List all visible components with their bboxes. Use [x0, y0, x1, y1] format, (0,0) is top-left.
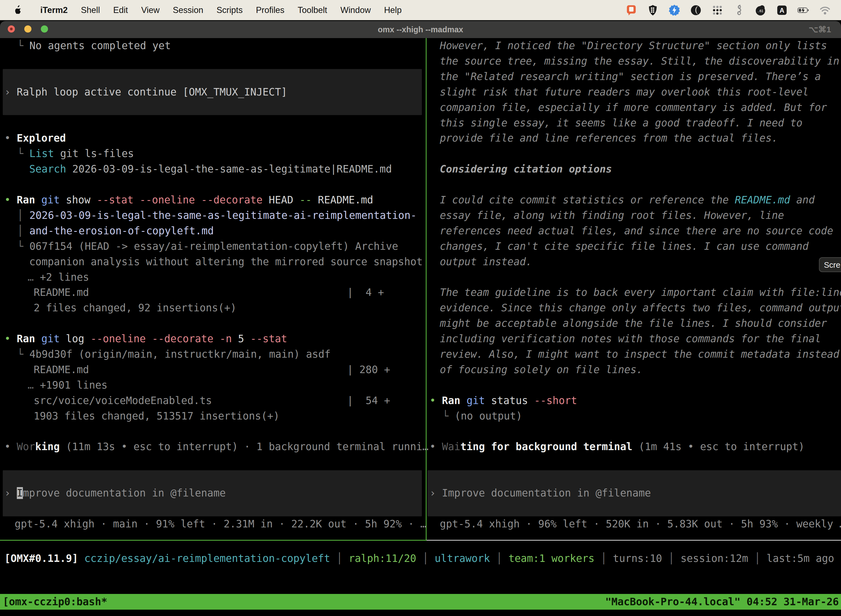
- menu-item-profiles[interactable]: Profiles: [249, 5, 291, 15]
- dots-grid-icon[interactable]: [711, 4, 724, 17]
- right-pane-line: review. Also, I might want to inspect th…: [440, 347, 840, 362]
- menu-item-toolbelt[interactable]: Toolbelt: [291, 5, 334, 15]
- left-pane-line: │ and-the-erosion-of-copyleft.md: [17, 223, 214, 239]
- window-shortcut-hint: ⌥⌘1: [809, 21, 831, 38]
- right-pane-line: the source tree, missing the essay. Stil…: [440, 54, 840, 69]
- squiggle-icon[interactable]: [732, 4, 746, 17]
- left-pane-line: • Explored: [4, 131, 66, 146]
- left-pane-line: • Ran git log --oneline --decorate -n 5 …: [4, 331, 287, 347]
- left-pane-line: README.md | 280 +: [34, 362, 390, 378]
- left-pane-line: gpt-5.4 xhigh · main · 91% left · 2.31M …: [15, 516, 426, 532]
- right-pane-line: output instead.: [440, 254, 532, 270]
- left-pane-line: └ List git ls-files: [17, 146, 134, 161]
- menu-item-scripts[interactable]: Scripts: [210, 5, 249, 15]
- screen: { "colors": { "menubg": "#ece9e0", "titl…: [0, 0, 841, 616]
- left-pane-line: • Ran git show --stat --oneline --decora…: [4, 192, 373, 208]
- left-pane-line: … +1901 lines: [28, 378, 108, 393]
- left-pane-line: │ 2026-03-09-is-legal-the-same-as-legiti…: [17, 208, 417, 223]
- right-pane-line: changes, I can't cite specific file line…: [440, 239, 809, 254]
- menu-item-help[interactable]: Help: [378, 5, 408, 15]
- left-pane-line: 1903 files changed, 513517 insertions(+): [34, 408, 280, 424]
- right-pane-line: › Improve documentation in @filename: [429, 485, 651, 501]
- left-pane-line: companion analysis without altering the …: [29, 254, 423, 270]
- left-pane-line: … +2 lines: [28, 270, 89, 285]
- right-pane-line: the "Related research writing" section i…: [440, 69, 821, 84]
- right-pane-bottom-border: [426, 540, 841, 541]
- right-pane-line: companion file, especially if more comme…: [440, 100, 827, 115]
- omx-status-bar: [OMX#0.11.9] cczip/essay/ai-reimplementa…: [4, 551, 834, 566]
- blue-badge-icon[interactable]: [668, 4, 681, 17]
- window-title: omx --xhigh --madmax: [0, 21, 841, 38]
- right-pane-line: The team guideline is to back every impo…: [440, 285, 841, 300]
- apple-menu-icon[interactable]: [14, 5, 22, 15]
- right-pane-line: essay file, along with finding root file…: [440, 208, 784, 223]
- gauge-61-icon[interactable]: ..61: [754, 4, 767, 17]
- wifi-icon[interactable]: [818, 4, 832, 17]
- right-pane-line: including verification notes with those …: [440, 331, 821, 347]
- right-pane-line: └ (no output): [442, 408, 522, 424]
- left-pane-line: › Improve documentation in @filename: [4, 485, 226, 501]
- menu-item-iterm2[interactable]: iTerm2: [34, 5, 74, 15]
- right-pane-line: slight risk that future readers may over…: [440, 84, 809, 100]
- menu-item-window[interactable]: Window: [334, 5, 378, 15]
- crescent-circle-icon[interactable]: [689, 4, 702, 17]
- right-pane-line: might be acceptable alongside the file l…: [440, 316, 827, 331]
- iterm-window: omx --xhigh --madmax ⌥⌘1 └ No agents com…: [0, 21, 841, 616]
- svg-text:A: A: [779, 7, 784, 14]
- left-pane-line: • Working (11m 13s • esc to interrupt) ·…: [4, 439, 428, 455]
- left-pane-line: src/voice/voiceModeEnabled.ts | 54 +: [34, 393, 390, 408]
- menu-bar: iTerm2ShellEditViewSessionScriptsProfile…: [0, 0, 841, 20]
- right-pane-line: Considering citation options: [440, 161, 612, 177]
- left-pane-line: › Ralph loop active continue [OMX_TMUX_I…: [4, 84, 287, 100]
- right-pane-line: • Waiting for background terminal (1m 41…: [429, 439, 804, 455]
- right-pane-line: of focusing solely on file lines.: [440, 362, 643, 378]
- pane-divider[interactable]: [426, 38, 426, 540]
- key-a-icon[interactable]: A: [775, 4, 788, 17]
- right-pane-line: references need actual files, and since …: [440, 223, 833, 239]
- right-pane-line: provide file and line references from th…: [440, 131, 778, 146]
- left-pane-line: Search 2026-03-09-is-legal-the-same-as-l…: [29, 161, 392, 177]
- menu-items: iTerm2ShellEditViewSessionScriptsProfile…: [34, 5, 408, 15]
- right-pane-line: • Ran git status --short: [429, 393, 577, 408]
- left-pane-line: └ 067f154 (HEAD -> essay/ai-reimplementa…: [17, 239, 398, 254]
- menu-item-edit[interactable]: Edit: [107, 5, 134, 15]
- menu-status-icons: ..61A: [625, 0, 832, 20]
- left-pane-line: 2 files changed, 92 insertions(+): [34, 300, 236, 316]
- window-titlebar[interactable]: omx --xhigh --madmax ⌥⌘1: [0, 21, 841, 38]
- left-pane-line: README.md | 4 +: [34, 285, 384, 300]
- right-pane-line: I could cite commit statistics or refere…: [440, 192, 815, 208]
- right-pane-line: However, I noticed the "Directory Struct…: [440, 38, 827, 54]
- svg-text:..61: ..61: [757, 9, 763, 13]
- terminal-content[interactable]: └ No agents completed yet› Ralph loop ac…: [0, 38, 841, 616]
- screen-edge-tooltip[interactable]: Scre: [819, 257, 841, 272]
- menu-item-view[interactable]: View: [135, 5, 166, 15]
- left-pane-bottom-border: [0, 540, 426, 541]
- tmux-host-clock: "MacBook-Pro-44.local" 04:52 31-Mar-26: [605, 594, 839, 610]
- right-pane-line: gpt-5.4 xhigh · 96% left · 520K in · 5.8…: [440, 516, 841, 532]
- menu-item-session[interactable]: Session: [166, 5, 210, 15]
- left-pane-line: └ 4b9d30f (origin/main, instructkr/main,…: [17, 347, 331, 362]
- menu-item-shell[interactable]: Shell: [74, 5, 107, 15]
- battery-icon[interactable]: [797, 4, 810, 17]
- tmux-session-label: [omx-cczip0:bash*: [3, 594, 107, 610]
- chat-badge-icon[interactable]: [625, 4, 638, 17]
- tmux-status-bar: [omx-cczip0:bash* "MacBook-Pro-44.local"…: [0, 594, 841, 610]
- right-pane-line: evidence. Since this change only affects…: [440, 300, 841, 316]
- left-pane-line: └ No agents completed yet: [17, 38, 171, 54]
- right-pane-line: this single essay, it seems like a good …: [440, 115, 802, 131]
- shield-grid-icon[interactable]: [646, 4, 659, 17]
